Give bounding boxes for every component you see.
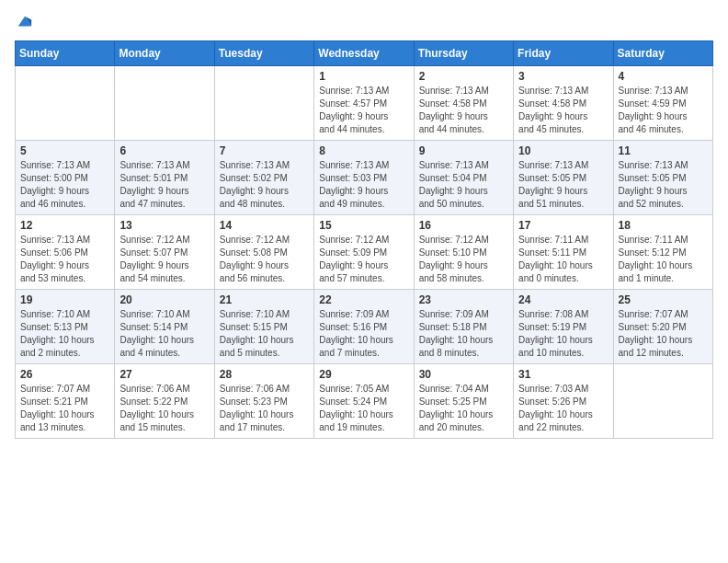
day-number: 19 — [20, 293, 109, 306]
calendar-cell: 9Sunrise: 7:13 AM Sunset: 5:04 PM Daylig… — [414, 141, 513, 215]
day-number: 25 — [619, 293, 708, 306]
calendar-cell: 17Sunrise: 7:11 AM Sunset: 5:11 PM Dayli… — [514, 215, 613, 290]
day-info: Sunrise: 7:10 AM Sunset: 5:15 PM Dayligh… — [220, 308, 309, 360]
day-info: Sunrise: 7:13 AM Sunset: 5:04 PM Dayligh… — [419, 159, 508, 211]
day-number: 6 — [119, 144, 209, 157]
day-info: Sunrise: 7:11 AM Sunset: 5:12 PM Dayligh… — [619, 234, 708, 285]
day-number: 28 — [220, 368, 309, 381]
day-number: 12 — [20, 219, 109, 232]
day-number: 18 — [619, 219, 708, 232]
day-number: 5 — [20, 144, 109, 157]
logo — [15, 15, 33, 29]
day-info: Sunrise: 7:09 AM Sunset: 5:18 PM Dayligh… — [419, 308, 508, 360]
calendar-cell: 30Sunrise: 7:04 AM Sunset: 5:25 PM Dayli… — [414, 364, 513, 439]
calendar-cell: 3Sunrise: 7:13 AM Sunset: 4:58 PM Daylig… — [514, 66, 613, 141]
day-number: 3 — [518, 70, 608, 83]
day-number: 20 — [119, 293, 209, 306]
calendar-cell: 26Sunrise: 7:07 AM Sunset: 5:21 PM Dayli… — [16, 364, 115, 439]
calendar-cell: 25Sunrise: 7:07 AM Sunset: 5:20 PM Dayli… — [613, 290, 712, 364]
day-of-week-header: Friday — [514, 41, 613, 66]
calendar-cell: 19Sunrise: 7:10 AM Sunset: 5:13 PM Dayli… — [16, 290, 115, 364]
day-info: Sunrise: 7:10 AM Sunset: 5:14 PM Dayligh… — [119, 308, 209, 360]
day-number: 1 — [319, 70, 408, 83]
day-number: 22 — [319, 293, 408, 306]
calendar-cell: 5Sunrise: 7:13 AM Sunset: 5:00 PM Daylig… — [16, 141, 115, 215]
day-of-week-header: Wednesday — [314, 41, 414, 66]
day-number: 8 — [319, 144, 408, 157]
calendar-cell: 28Sunrise: 7:06 AM Sunset: 5:23 PM Dayli… — [214, 364, 313, 439]
day-number: 2 — [419, 70, 508, 83]
day-info: Sunrise: 7:09 AM Sunset: 5:16 PM Dayligh… — [319, 308, 408, 360]
day-info: Sunrise: 7:07 AM Sunset: 5:20 PM Dayligh… — [619, 308, 708, 360]
calendar-week-row: 26Sunrise: 7:07 AM Sunset: 5:21 PM Dayli… — [16, 364, 713, 439]
day-info: Sunrise: 7:13 AM Sunset: 4:59 PM Dayligh… — [619, 85, 708, 136]
calendar-week-row: 12Sunrise: 7:13 AM Sunset: 5:06 PM Dayli… — [16, 215, 713, 290]
calendar-week-row: 1Sunrise: 7:13 AM Sunset: 4:57 PM Daylig… — [16, 66, 713, 141]
day-number: 14 — [220, 219, 309, 232]
day-number: 10 — [518, 144, 608, 157]
day-number: 16 — [419, 219, 508, 232]
day-info: Sunrise: 7:13 AM Sunset: 5:06 PM Dayligh… — [20, 234, 109, 285]
day-number: 11 — [619, 144, 708, 157]
day-of-week-header: Sunday — [16, 41, 115, 66]
day-info: Sunrise: 7:06 AM Sunset: 5:23 PM Dayligh… — [220, 383, 309, 434]
calendar-cell: 13Sunrise: 7:12 AM Sunset: 5:07 PM Dayli… — [115, 215, 214, 290]
day-number: 17 — [518, 219, 608, 232]
calendar-week-row: 19Sunrise: 7:10 AM Sunset: 5:13 PM Dayli… — [16, 290, 713, 364]
calendar-cell: 11Sunrise: 7:13 AM Sunset: 5:05 PM Dayli… — [613, 141, 712, 215]
day-info: Sunrise: 7:13 AM Sunset: 4:57 PM Dayligh… — [319, 85, 408, 136]
day-info: Sunrise: 7:04 AM Sunset: 5:25 PM Dayligh… — [419, 383, 508, 434]
day-number: 26 — [20, 368, 109, 381]
day-info: Sunrise: 7:13 AM Sunset: 5:05 PM Dayligh… — [619, 159, 708, 211]
day-info: Sunrise: 7:13 AM Sunset: 4:58 PM Dayligh… — [419, 85, 508, 136]
calendar-week-row: 5Sunrise: 7:13 AM Sunset: 5:00 PM Daylig… — [16, 141, 713, 215]
day-info: Sunrise: 7:13 AM Sunset: 5:02 PM Dayligh… — [220, 159, 309, 211]
calendar-cell: 8Sunrise: 7:13 AM Sunset: 5:03 PM Daylig… — [314, 141, 414, 215]
day-info: Sunrise: 7:12 AM Sunset: 5:09 PM Dayligh… — [319, 234, 408, 285]
calendar-cell: 21Sunrise: 7:10 AM Sunset: 5:15 PM Dayli… — [214, 290, 313, 364]
calendar-table: SundayMondayTuesdayWednesdayThursdayFrid… — [15, 40, 713, 439]
calendar-cell: 24Sunrise: 7:08 AM Sunset: 5:19 PM Dayli… — [514, 290, 613, 364]
calendar-cell: 1Sunrise: 7:13 AM Sunset: 4:57 PM Daylig… — [314, 66, 414, 141]
calendar-cell: 23Sunrise: 7:09 AM Sunset: 5:18 PM Dayli… — [414, 290, 513, 364]
day-info: Sunrise: 7:10 AM Sunset: 5:13 PM Dayligh… — [20, 308, 109, 360]
calendar-cell: 6Sunrise: 7:13 AM Sunset: 5:01 PM Daylig… — [115, 141, 214, 215]
day-number: 13 — [119, 219, 209, 232]
day-number: 15 — [319, 219, 408, 232]
calendar-cell: 10Sunrise: 7:13 AM Sunset: 5:05 PM Dayli… — [514, 141, 613, 215]
day-number: 7 — [220, 144, 309, 157]
day-number: 21 — [220, 293, 309, 306]
calendar-cell — [613, 364, 712, 439]
calendar-cell: 2Sunrise: 7:13 AM Sunset: 4:58 PM Daylig… — [414, 66, 513, 141]
day-number: 24 — [518, 293, 608, 306]
calendar-cell: 4Sunrise: 7:13 AM Sunset: 4:59 PM Daylig… — [613, 66, 712, 141]
calendar-cell — [16, 66, 115, 141]
day-info: Sunrise: 7:07 AM Sunset: 5:21 PM Dayligh… — [20, 383, 109, 434]
calendar-cell: 20Sunrise: 7:10 AM Sunset: 5:14 PM Dayli… — [115, 290, 214, 364]
day-of-week-header: Tuesday — [214, 41, 313, 66]
day-info: Sunrise: 7:05 AM Sunset: 5:24 PM Dayligh… — [319, 383, 408, 434]
day-info: Sunrise: 7:03 AM Sunset: 5:26 PM Dayligh… — [518, 383, 608, 434]
day-info: Sunrise: 7:13 AM Sunset: 4:58 PM Dayligh… — [518, 85, 608, 136]
calendar-header-row: SundayMondayTuesdayWednesdayThursdayFrid… — [16, 41, 713, 66]
day-info: Sunrise: 7:13 AM Sunset: 5:01 PM Dayligh… — [119, 159, 209, 211]
day-info: Sunrise: 7:13 AM Sunset: 5:00 PM Dayligh… — [20, 159, 109, 211]
calendar-cell — [115, 66, 214, 141]
calendar-cell: 7Sunrise: 7:13 AM Sunset: 5:02 PM Daylig… — [214, 141, 313, 215]
day-of-week-header: Saturday — [613, 41, 712, 66]
calendar-cell: 18Sunrise: 7:11 AM Sunset: 5:12 PM Dayli… — [613, 215, 712, 290]
day-number: 30 — [419, 368, 508, 381]
day-info: Sunrise: 7:12 AM Sunset: 5:08 PM Dayligh… — [220, 234, 309, 285]
calendar-cell: 14Sunrise: 7:12 AM Sunset: 5:08 PM Dayli… — [214, 215, 313, 290]
day-of-week-header: Monday — [115, 41, 214, 66]
calendar-cell — [214, 66, 313, 141]
day-info: Sunrise: 7:13 AM Sunset: 5:03 PM Dayligh… — [319, 159, 408, 211]
day-number: 29 — [319, 368, 408, 381]
day-info: Sunrise: 7:06 AM Sunset: 5:22 PM Dayligh… — [119, 383, 209, 434]
calendar-cell: 12Sunrise: 7:13 AM Sunset: 5:06 PM Dayli… — [16, 215, 115, 290]
day-info: Sunrise: 7:12 AM Sunset: 5:07 PM Dayligh… — [119, 234, 209, 285]
day-info: Sunrise: 7:12 AM Sunset: 5:10 PM Dayligh… — [419, 234, 508, 285]
day-number: 9 — [419, 144, 508, 157]
page-header — [15, 15, 713, 29]
logo-icon — [17, 15, 33, 31]
